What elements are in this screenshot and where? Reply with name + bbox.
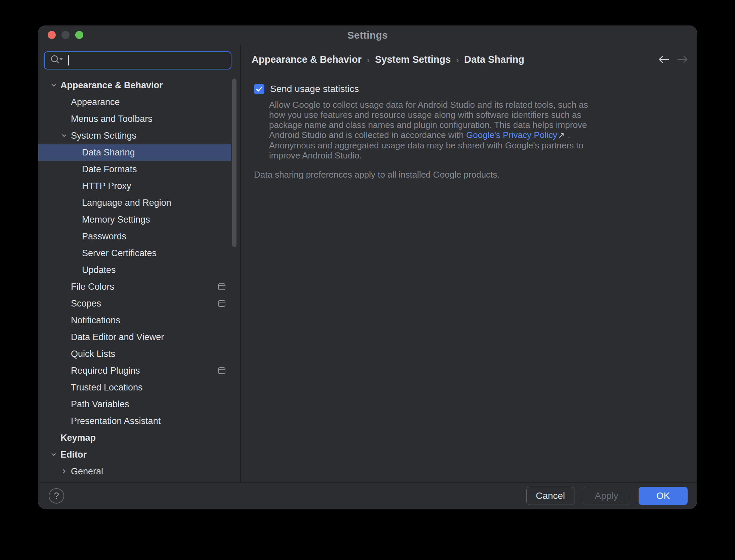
sidebar-scrollbar[interactable] xyxy=(232,79,236,247)
sidebar-item-memory-settings[interactable]: Memory Settings xyxy=(38,211,231,228)
window-icon xyxy=(218,283,225,290)
sidebar-item-label: Appearance xyxy=(71,97,120,107)
sidebar-item-appearance[interactable]: Appearance xyxy=(38,94,231,110)
sidebar-item-label: Date Formats xyxy=(82,164,137,175)
titlebar: Settings xyxy=(38,26,697,45)
sidebar-item-presentation-assistant[interactable]: Presentation Assistant xyxy=(38,413,231,429)
breadcrumb-item[interactable]: Appearance & Behavior xyxy=(252,54,361,65)
settings-search-input[interactable] xyxy=(44,51,231,69)
external-link-icon: ↗ xyxy=(557,131,565,140)
sidebar-item-label: HTTP Proxy xyxy=(82,181,131,191)
sidebar-item-label: File Colors xyxy=(71,282,114,292)
sidebar-item-general[interactable]: General xyxy=(38,463,231,480)
forward-button[interactable] xyxy=(676,55,689,64)
sidebar-item-label: System Settings xyxy=(71,131,136,141)
checkmark-icon xyxy=(255,85,264,94)
sidebar-item-label: Editor xyxy=(60,450,87,460)
sidebar-item-notifications[interactable]: Notifications xyxy=(38,312,231,329)
sidebar-item-label: Trusted Locations xyxy=(71,382,143,393)
ok-button[interactable]: OK xyxy=(639,487,688,505)
sidebar-item-language-and-region[interactable]: Language and Region xyxy=(38,194,231,211)
sidebar-item-label: Data Editor and Viewer xyxy=(71,332,164,342)
chevron-down-icon[interactable] xyxy=(49,450,60,459)
sidebar-item-label: Quick Lists xyxy=(71,349,115,359)
settings-window: Settings Appearance & Behavior Appearanc… xyxy=(38,26,697,509)
sidebar-item-data-editor-and-viewer[interactable]: Data Editor and Viewer xyxy=(38,329,231,345)
sidebar-item-label: Language and Region xyxy=(82,198,171,208)
sidebar-item-required-plugins[interactable]: Required Plugins xyxy=(38,362,231,379)
sidebar-item-appearance-behavior[interactable]: Appearance & Behavior xyxy=(38,77,231,94)
sidebar-item-label: Updates xyxy=(82,265,116,275)
sidebar-item-trusted-locations[interactable]: Trusted Locations xyxy=(38,379,231,396)
checkbox-label[interactable]: Send usage statistics xyxy=(270,84,359,94)
sidebar-item-scopes[interactable]: Scopes xyxy=(38,295,231,312)
sidebar-item-data-sharing[interactable]: Data Sharing xyxy=(38,144,231,161)
sidebar-item-system-settings[interactable]: System Settings xyxy=(38,127,231,144)
sidebar-item-label: Required Plugins xyxy=(71,366,140,376)
sidebar-item-passwords[interactable]: Passwords xyxy=(38,228,231,245)
sidebar-item-menus-and-toolbars[interactable]: Menus and Toolbars xyxy=(38,110,231,127)
back-button[interactable] xyxy=(657,55,671,64)
sidebar-item-label: Data Sharing xyxy=(82,147,135,158)
sidebar-item-http-proxy[interactable]: HTTP Proxy xyxy=(38,178,231,194)
sidebar-item-label: Passwords xyxy=(82,231,126,242)
sidebar-item-label: Memory Settings xyxy=(82,215,150,225)
window-icon xyxy=(218,300,225,307)
sidebar-item-label: Server Certificates xyxy=(82,248,157,259)
cancel-button[interactable]: Cancel xyxy=(526,487,574,505)
breadcrumb-item[interactable]: System Settings xyxy=(375,54,451,65)
sidebar-item-file-colors[interactable]: File Colors xyxy=(38,278,231,295)
search-dropdown-arrow xyxy=(59,58,63,60)
sidebar-item-label: Menus and Toolbars xyxy=(71,114,153,124)
privacy-policy-link[interactable]: Google's Privacy Policy xyxy=(466,130,557,140)
sidebar-item-label: Notifications xyxy=(71,315,120,326)
search-icon[interactable] xyxy=(49,54,64,67)
breadcrumb-item[interactable]: Data Sharing xyxy=(464,54,524,65)
dialog-footer: ? Cancel Apply OK xyxy=(38,482,697,509)
sidebar-item-label: Path Variables xyxy=(71,399,129,410)
apply-button: Apply xyxy=(583,487,630,505)
sidebar-item-label: Keymap xyxy=(60,433,96,443)
settings-tree: Appearance & Behavior Appearance Menus a… xyxy=(38,77,240,480)
window-icon xyxy=(218,367,225,374)
chevron-right-icon[interactable] xyxy=(60,467,71,476)
sidebar-item-server-certificates[interactable]: Server Certificates xyxy=(38,245,231,262)
breadcrumb-separator: › xyxy=(456,55,459,65)
usage-statistics-description: Allow Google to collect usage data for A… xyxy=(269,100,594,160)
window-title: Settings xyxy=(38,26,697,45)
sidebar-item-updates[interactable]: Updates xyxy=(38,262,231,278)
sidebar-item-label: Scopes xyxy=(71,298,101,309)
help-button[interactable]: ? xyxy=(49,488,64,504)
chevron-down-icon[interactable] xyxy=(49,81,60,90)
send-usage-statistics-checkbox[interactable] xyxy=(254,84,264,94)
sidebar-item-path-variables[interactable]: Path Variables xyxy=(38,396,231,413)
sidebar-item-editor[interactable]: Editor xyxy=(38,446,231,463)
sidebar-item-date-formats[interactable]: Date Formats xyxy=(38,161,231,178)
sidebar-item-label: General xyxy=(71,466,103,477)
text-caret xyxy=(68,55,69,65)
breadcrumb-separator: › xyxy=(367,55,370,65)
chevron-down-icon[interactable] xyxy=(60,131,71,140)
sidebar-item-quick-lists[interactable]: Quick Lists xyxy=(38,345,231,362)
breadcrumb: Appearance & Behavior›System Settings›Da… xyxy=(252,54,524,65)
sidebar-item-label: Presentation Assistant xyxy=(71,416,161,426)
settings-content: Appearance & Behavior›System Settings›Da… xyxy=(241,45,697,482)
data-sharing-note: Data sharing preferences apply to all in… xyxy=(254,170,500,180)
sidebar-item-label: Appearance & Behavior xyxy=(60,80,163,91)
sidebar-item-keymap[interactable]: Keymap xyxy=(38,429,231,446)
